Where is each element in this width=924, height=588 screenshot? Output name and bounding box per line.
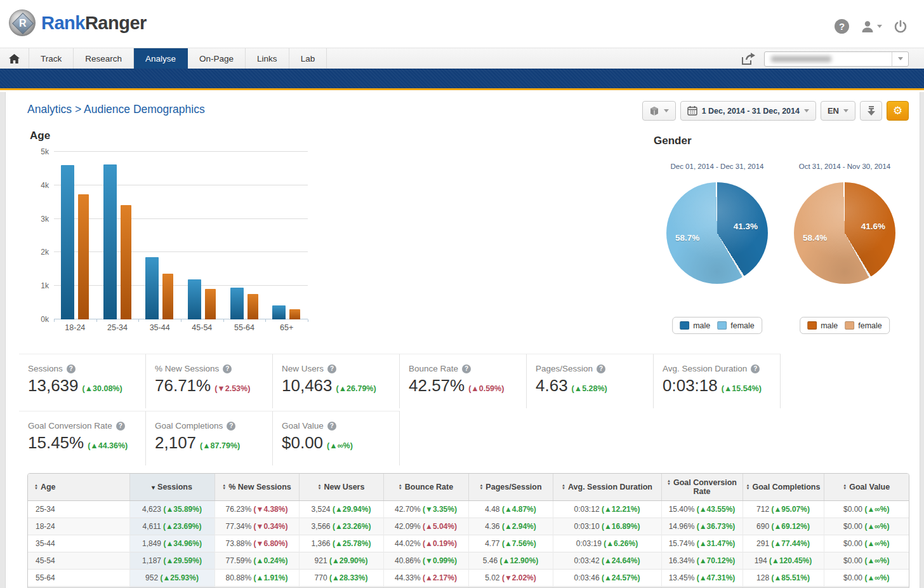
table-row[interactable]: 18-244,611 (▲23.69%)77.34% (▼0.34%)3,566… [28, 518, 909, 535]
metrics-row-2: Goal Conversion Rate? 15.45%(▲44.36%) Go… [19, 411, 400, 465]
data-cell: 128 (▲85.51%) [742, 569, 824, 586]
date-range-value: 1 Dec, 2014 - 31 Dec, 2014 [702, 107, 800, 116]
account-caret-button[interactable] [892, 52, 908, 66]
help-icon[interactable]: ? [327, 422, 336, 431]
sort-icon: ▲▼ [562, 484, 565, 490]
y-axis-tick: 2k [30, 248, 49, 257]
report-toolbar: 1 Dec, 2014 - 31 Dec, 2014 EN ⚙ [642, 101, 909, 121]
metric-pages-session: Pages/Session? 4.63(▲5.28%) [527, 354, 654, 408]
metric-label: Avg. Session Duration [663, 364, 747, 373]
data-cell: 4.48 (▲4.87%) [468, 500, 553, 518]
column-header-sessions[interactable]: ▾Sessions [129, 474, 214, 500]
help-icon[interactable]: ? [227, 422, 235, 431]
table-row[interactable]: 25-344,623 (▲35.89%)76.23% (▼4.38%)3,524… [28, 500, 909, 518]
data-cell: 0:03:10 (▲16.89%) [553, 518, 661, 535]
breadcrumb-separator: > [75, 103, 81, 116]
table-row[interactable]: 35-441,849 (▲34.96%)73.88% (▼6.80%)1,366… [28, 535, 909, 552]
account-selector[interactable] [764, 51, 909, 67]
column-header-goal-value[interactable]: ▲▼Goal Value [824, 474, 909, 500]
download-button[interactable] [860, 101, 882, 121]
chevron-down-icon [898, 57, 903, 60]
table-row[interactable]: 55-64952 (▲25.93%)80.88% (▲1.91%)770 (▲2… [28, 569, 909, 586]
settings-button[interactable]: ⚙ [887, 101, 909, 121]
bar-current-45-54[interactable] [188, 279, 201, 319]
data-cell: 0:03:12 (▲12.21%) [553, 500, 661, 518]
x-axis-label: 25-34 [96, 323, 139, 332]
bar-previous-25-34[interactable] [121, 205, 131, 319]
data-cell: 13.45% (▲47.31%) [661, 569, 742, 586]
nav-tabs: TrackResearchAnalyseOn-PageLinksLab [29, 48, 327, 69]
gender-pie-current[interactable]: 41.3% 58.7% [666, 182, 768, 284]
tab-links[interactable]: Links [246, 48, 289, 69]
bar-previous-55-64[interactable] [248, 294, 258, 319]
bar-previous-65[interactable] [289, 309, 300, 319]
bar-previous-45-54[interactable] [205, 289, 216, 319]
tab-lab[interactable]: Lab [289, 48, 327, 69]
help-icon[interactable]: ? [116, 422, 125, 431]
bar-current-35-44[interactable] [145, 257, 159, 319]
tab-analyse[interactable]: Analyse [134, 48, 188, 69]
chevron-down-icon [664, 109, 669, 112]
data-cell: 1,366 (▲25.78%) [299, 535, 383, 552]
date-range-picker[interactable]: 1 Dec, 2014 - 31 Dec, 2014 [680, 101, 816, 121]
help-icon[interactable]: ? [327, 364, 336, 373]
data-cell: 5.02 (▼2.02%) [468, 569, 553, 586]
x-axis-tick-mark [308, 319, 308, 322]
column-header-pages-session[interactable]: ▲▼Pages/Session [468, 474, 553, 500]
help-icon[interactable]: ? [835, 19, 849, 34]
column-header-age[interactable]: ▲▼Age [28, 474, 129, 500]
logout-power-icon[interactable] [894, 20, 908, 34]
breadcrumb: Analytics > Audience Demographics [27, 103, 205, 116]
male-swatch-icon [680, 321, 689, 330]
help-icon[interactable]: ? [597, 364, 605, 373]
breadcrumb-section[interactable]: Analytics [27, 103, 72, 116]
bar-previous-18-24[interactable] [78, 194, 89, 319]
data-cell: 194 (▲120.45%) [742, 552, 824, 569]
column-header-bounce-rate[interactable]: ▲▼Bounce Rate [383, 474, 468, 500]
column-header-avg-session-duration[interactable]: ▲▼Avg. Session Duration [553, 474, 661, 500]
column-header-new-sessions[interactable]: ▲▼% New Sessions [214, 474, 299, 500]
help-icon[interactable]: ? [67, 364, 76, 373]
gear-icon: ⚙ [893, 104, 902, 117]
home-icon [9, 54, 20, 63]
tab-home[interactable] [0, 48, 29, 69]
help-icon[interactable]: ? [223, 364, 232, 373]
x-axis-tick-mark [223, 319, 224, 322]
column-header-goal-completions[interactable]: ▲▼Goal Completions [742, 474, 824, 500]
rankranger-logo[interactable]: R RankRanger [9, 10, 147, 36]
table-row[interactable]: 45-541,187 (▲29.59%)77.59% (▲0.24%)921 (… [28, 552, 909, 569]
y-axis-tick: 3k [30, 215, 49, 224]
metric-value: 76.71% [155, 376, 211, 396]
data-cell: 952 (▲25.93%) [129, 569, 214, 586]
column-header-goal-conversion-rate[interactable]: ▲▼Goal Conversion Rate [661, 474, 742, 500]
demographics-table[interactable]: ▲▼Age▾Sessions▲▼% New Sessions▲▼New User… [27, 473, 909, 588]
help-icon[interactable]: ? [751, 364, 760, 373]
bar-current-18-24[interactable] [61, 165, 74, 319]
metric-change: (▲44.36%) [88, 441, 128, 450]
column-header-new-users[interactable]: ▲▼New Users [299, 474, 383, 500]
metric-label: New Users [282, 364, 324, 373]
metric-change: (▲5.28%) [572, 384, 607, 393]
bar-previous-35-44[interactable] [162, 274, 173, 319]
data-cell: 77.34% (▼0.34%) [214, 518, 299, 535]
data-cell: 1,187 (▲29.59%) [129, 552, 214, 569]
age-bar-chart[interactable]: 0k 1k 2k 3k 4k 5k 18-24 25-34 35-44 45-5… [54, 152, 308, 319]
share-icon[interactable] [741, 53, 755, 65]
gridline [54, 218, 308, 219]
user-menu[interactable] [861, 20, 882, 34]
tab-track[interactable]: Track [29, 48, 74, 69]
data-cell: $0.00 (▲∞%) [824, 535, 909, 552]
bar-current-55-64[interactable] [230, 288, 244, 319]
sort-icon: ▲▼ [34, 484, 38, 490]
gender-pie-previous[interactable]: 41.6% 58.4% [794, 182, 895, 284]
bar-current-25-34[interactable] [103, 164, 117, 319]
tab-research[interactable]: Research [74, 48, 134, 69]
data-cell: 76.23% (▼4.38%) [214, 500, 299, 518]
legend-item-female: female [717, 321, 755, 330]
metric-goal-completions: Goal Completions? 2,107(▲87.79%) [146, 411, 273, 465]
tab-on-page[interactable]: On-Page [188, 48, 246, 69]
language-selector[interactable]: EN [821, 101, 855, 121]
help-icon[interactable]: ? [462, 364, 471, 373]
widget-picker-button[interactable] [642, 101, 676, 121]
bar-current-65[interactable] [272, 305, 286, 319]
